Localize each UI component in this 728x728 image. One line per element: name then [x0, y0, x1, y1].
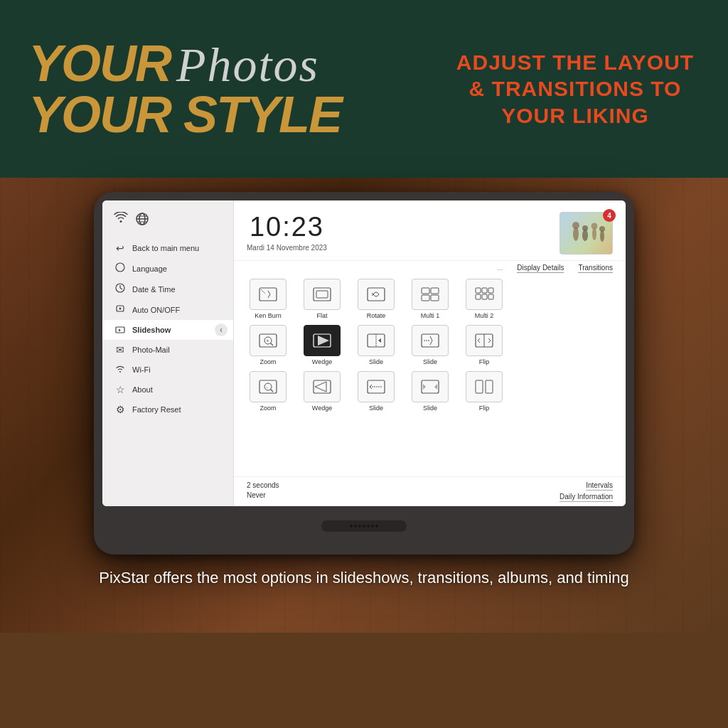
tablet-bottom-bar — [102, 506, 626, 546]
transition-wedge-selected-label: Wedge — [312, 358, 332, 365]
sidebar-item-about[interactable]: ☆ About — [102, 380, 233, 400]
transition-zoom1-icon: + — [250, 325, 287, 356]
chevron-icon: ‹ — [215, 323, 228, 336]
transition-slide3-label: Slide — [369, 405, 383, 412]
transition-slide3[interactable]: Slide — [352, 371, 400, 412]
sidebar-item-back[interactable]: ↩ Back to main menu — [102, 238, 233, 258]
clock-time: 10:23 — [247, 212, 327, 242]
transition-flip1-label: Flip — [479, 358, 490, 365]
clock-icon — [114, 283, 127, 295]
sidebar-item-slideshow[interactable]: Slideshow ‹ — [102, 320, 233, 340]
transition-multi2[interactable]: Multi 2 — [460, 279, 508, 319]
photo-thumbnail-container[interactable]: 4 — [560, 212, 613, 255]
bottom-right-labels: Intervals Daily Information — [560, 481, 613, 502]
bottom-left-values: 2 seconds Never — [247, 481, 279, 502]
sidebar-item-autoonoff[interactable]: Auto ON/OFF — [102, 299, 233, 320]
sidebar-item-language[interactable]: Language — [102, 258, 233, 279]
top-banner: YOUR Photos YOUR STYLE ADJUST THE LAYOUT… — [0, 0, 728, 178]
transition-slide1[interactable]: Slide — [352, 325, 400, 365]
wifi-sidebar-icon — [114, 364, 127, 375]
svg-line-49 — [271, 390, 274, 392]
speaker-dot — [350, 525, 353, 528]
tagline-line2: & TRANSITIONS TO — [469, 77, 682, 100]
svg-point-19 — [600, 230, 604, 242]
transition-slide4-label: Slide — [423, 405, 437, 412]
svg-marker-52 — [315, 382, 326, 392]
transition-kenburn-icon — [250, 279, 287, 310]
sidebar-item-datetime[interactable]: Date & Time — [102, 279, 233, 299]
clock-area: 10:23 Mardi 14 Novembre 2023 — [247, 212, 327, 252]
speaker-dot — [367, 525, 370, 528]
transitions-label[interactable]: Transitions — [578, 264, 613, 273]
slideshow-icon — [114, 324, 127, 336]
back-icon: ↩ — [114, 242, 127, 254]
svg-rect-47 — [259, 380, 277, 393]
transition-multi1-label: Multi 1 — [421, 312, 440, 319]
sidebar-language-label: Language — [132, 264, 167, 273]
transition-flip1-icon — [466, 325, 503, 356]
transition-slide4[interactable]: Slide — [406, 371, 454, 412]
banner-your-label: YOUR — [28, 38, 171, 89]
transition-slide1-icon — [358, 325, 395, 356]
transition-flip2[interactable]: Flip — [460, 371, 508, 412]
transition-zoom1[interactable]: + Zoom — [244, 325, 292, 365]
sidebar-item-photomail[interactable]: ✉ Photo-Mail — [102, 340, 233, 360]
svg-rect-25 — [422, 288, 429, 294]
svg-point-15 — [582, 230, 588, 241]
sidebar-back-label: Back to main menu — [132, 244, 199, 252]
transition-zoom2-icon: - — [250, 371, 287, 402]
daily-value: Never — [247, 491, 279, 499]
power-icon — [114, 304, 127, 316]
svg-rect-24 — [368, 288, 385, 301]
interval-value: 2 seconds — [247, 481, 279, 489]
svg-point-18 — [592, 223, 598, 230]
transitions-row-3: - Zoom Wedge — [244, 371, 616, 412]
transition-rotate[interactable]: Rotate — [352, 279, 400, 319]
wood-background: ↩ Back to main menu Language Date & Time — [0, 178, 728, 633]
transition-flat[interactable]: Flat — [298, 279, 346, 319]
daily-information-label[interactable]: Daily Information — [560, 493, 613, 502]
caption-text: PixStar offers the most options in slide… — [43, 567, 685, 589]
transition-slide2-icon — [412, 325, 449, 356]
transition-multi1-icon — [412, 279, 449, 310]
ellipsis: ... — [497, 264, 503, 273]
transition-flip2-icon — [466, 371, 503, 402]
transition-wedge2[interactable]: Wedge — [298, 371, 346, 412]
transition-slide2[interactable]: Slide — [406, 325, 454, 365]
svg-line-8 — [120, 288, 122, 289]
caption-area: PixStar offers the most options in slide… — [0, 555, 728, 596]
svg-rect-30 — [482, 288, 487, 293]
intervals-label[interactable]: Intervals — [586, 481, 613, 491]
transition-flip2-label: Flip — [479, 405, 490, 412]
svg-point-20 — [599, 226, 605, 232]
sidebar-about-label: About — [132, 385, 153, 394]
svg-rect-29 — [476, 288, 481, 293]
banner-photos-label: Photos — [176, 41, 319, 89]
tablet-screen: ↩ Back to main menu Language Date & Time — [102, 200, 626, 506]
sidebar-factoryreset-label: Factory Reset — [132, 405, 181, 414]
transition-zoom2[interactable]: - Zoom — [244, 371, 292, 412]
sidebar-photomail-label: Photo-Mail — [132, 346, 170, 354]
wifi-icon — [114, 212, 128, 230]
svg-line-37 — [271, 343, 274, 346]
transition-flip1[interactable]: Flip — [460, 325, 508, 365]
language-icon — [114, 262, 127, 274]
globe-icon — [135, 212, 149, 230]
transition-wedge-selected[interactable]: Wedge — [298, 325, 346, 365]
svg-point-5 — [116, 263, 124, 272]
transition-multi2-icon — [466, 279, 503, 310]
transition-slide3-icon — [358, 371, 395, 402]
transition-kenburn[interactable]: Ken Burn — [244, 279, 292, 319]
transition-slide2-label: Slide — [423, 358, 437, 365]
sidebar-item-wifi[interactable]: Wi-Fi — [102, 360, 233, 380]
svg-point-16 — [582, 225, 588, 231]
transition-slide1-label: Slide — [369, 358, 383, 365]
speaker-dot — [354, 525, 357, 528]
transition-multi1[interactable]: Multi 1 — [406, 279, 454, 319]
sidebar-item-factoryreset[interactable]: ⚙ Factory Reset — [102, 400, 233, 419]
display-details-label[interactable]: Display Details — [517, 264, 564, 273]
svg-rect-56 — [476, 380, 483, 393]
transition-rotate-icon — [358, 279, 395, 310]
tablet-speaker — [321, 520, 407, 532]
speaker-dot — [371, 525, 374, 528]
